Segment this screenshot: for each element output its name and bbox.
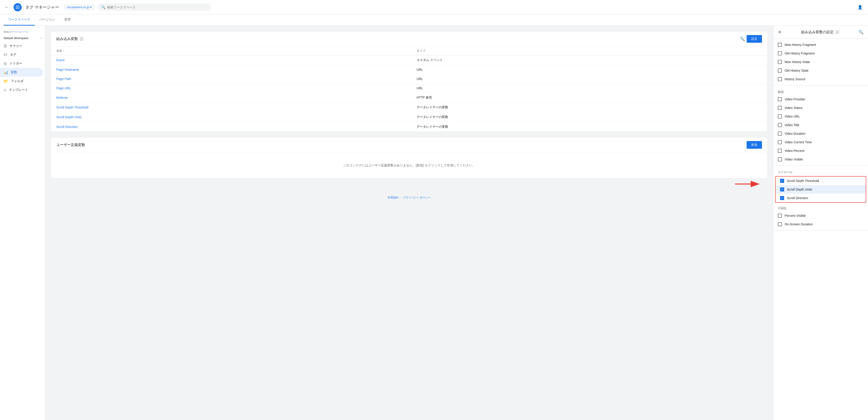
checkbox[interactable] [778, 60, 782, 64]
panel-section-label-2: スクロール [773, 168, 868, 175]
table-row: Page URL URL [51, 84, 767, 93]
checkbox[interactable] [778, 114, 782, 118]
tab-admin[interactable]: 管理 [60, 14, 75, 26]
panel-info-icon[interactable]: ℹ [835, 30, 839, 34]
panel-list-item[interactable]: New History State [773, 58, 868, 66]
panel-list-item[interactable]: Video URL [773, 112, 868, 121]
tag-icon: 🏷 [4, 53, 7, 57]
variable-name-link[interactable]: Event [56, 58, 64, 62]
variable-type: カスタム イベント [411, 55, 767, 65]
variable-name-link[interactable]: Scroll Direction [56, 125, 78, 129]
sidebar-item-label: 変数 [11, 70, 17, 74]
table-row: Scroll Depth Threshold データレイヤーの変数 [51, 102, 767, 112]
checkbox[interactable] [778, 97, 782, 101]
sidebar-item-label: フォルダ [11, 79, 24, 83]
panel-search-icon[interactable]: 🔍 [859, 30, 864, 35]
tab-workspace[interactable]: ワークスペース [4, 14, 35, 26]
right-panel: ✕ 組み込み変数の設定 ℹ 🔍 New History FragmentOld … [773, 26, 868, 420]
checkbox[interactable] [778, 131, 782, 136]
list-item-label: Old History State [784, 69, 809, 72]
sidebar-item-summary[interactable]: ☰ サマリー [0, 41, 43, 51]
panel-list-item[interactable]: Video Status [773, 103, 868, 112]
variable-type: URL [411, 65, 767, 74]
variable-name-link[interactable]: Page Path [56, 77, 71, 81]
panel-list-item[interactable]: Video Visible [773, 155, 868, 164]
panel-list-item[interactable]: Scroll Depth Units [776, 185, 866, 194]
panel-section-label-3: 可視性 [773, 204, 868, 211]
divider [773, 230, 868, 231]
variable-icon: 📊 [4, 70, 8, 74]
search-input[interactable] [107, 5, 207, 9]
user-section-header: ユーザー定義変数 新規 [51, 138, 767, 153]
checkbox[interactable] [778, 51, 782, 55]
new-variable-button[interactable]: 新規 [747, 141, 762, 149]
panel-list-item[interactable]: Percent Visible [773, 211, 868, 220]
settings-button[interactable]: 設定 [747, 35, 762, 43]
variable-name-link[interactable]: Scroll Depth Units [56, 115, 82, 119]
summary-icon: ☰ [4, 44, 7, 48]
checkbox[interactable] [780, 196, 784, 200]
checkbox[interactable] [780, 179, 784, 183]
panel-list-item[interactable]: Video Provider [773, 95, 868, 103]
checkbox[interactable] [778, 157, 782, 161]
panel-list-item[interactable]: New History Fragment [773, 40, 868, 49]
panel-list-item[interactable]: Scroll Direction [776, 194, 866, 202]
workspace-section-label: 現在のワークスペース [0, 28, 45, 35]
panel-list-item[interactable]: Video Duration [773, 129, 868, 138]
list-item-label: Scroll Direction [787, 196, 808, 200]
panel-list-item[interactable]: Old History State [773, 66, 868, 75]
checkbox[interactable] [778, 214, 782, 218]
list-item-label: Video Percent [784, 149, 804, 153]
sidebar-item-tags[interactable]: 🏷 タグ [0, 51, 43, 59]
checkbox[interactable] [778, 140, 782, 144]
panel-list-item[interactable]: Video Title [773, 121, 868, 129]
panel-list-item[interactable]: Video Percent [773, 147, 868, 155]
sidebar-item-label: タグ [10, 53, 16, 57]
checkbox[interactable] [778, 77, 782, 81]
tab-version[interactable]: バージョン [35, 14, 60, 26]
variable-name-link[interactable]: Page URL [56, 86, 71, 90]
panel-close-button[interactable]: ✕ [778, 29, 782, 35]
builtin-info-icon[interactable]: ℹ [80, 37, 84, 41]
builtin-search-icon[interactable]: 🔍 [740, 36, 745, 41]
panel-list-item[interactable]: Video Current Time [773, 138, 868, 147]
terms-link[interactable]: 利用規約 [388, 196, 399, 199]
panel-list-item[interactable]: Old History Fragment [773, 49, 868, 58]
list-item-label: Scroll Depth Units [787, 188, 812, 191]
sidebar-item-templates[interactable]: ◇ テンプレート [0, 85, 43, 94]
search-bar[interactable]: 🔍 [98, 4, 211, 11]
variable-name-link[interactable]: Page Hostname [56, 68, 79, 71]
workspace-selector[interactable]: Default Workspace › [0, 35, 45, 41]
empty-state-text: このコンテナにはユーザー定義変数がありません。[新規] をクリックして作成してく… [51, 153, 767, 178]
panel-list-item[interactable]: Scroll Depth Threshold [776, 177, 866, 185]
back-button[interactable]: ← [4, 4, 10, 11]
checkbox[interactable] [778, 106, 782, 110]
panel-list-item[interactable]: On-Screen Duration [773, 220, 868, 229]
privacy-link[interactable]: プライバシー ポリシー [403, 196, 431, 199]
user-section-actions: 新規 [747, 141, 762, 149]
table-row: Page Path URL [51, 74, 767, 84]
scroll-section-highlighted: Scroll Depth ThresholdScroll Depth Units… [775, 176, 866, 203]
variable-name-link[interactable]: Referrer [56, 96, 68, 99]
panel-header: ✕ 組み込み変数の設定 ℹ 🔍 [773, 26, 868, 39]
col-name: 名前 ↑ [51, 47, 411, 55]
table-row: Referrer HTTP 参照 [51, 93, 767, 102]
checkbox[interactable] [778, 149, 782, 153]
arrow-area [51, 179, 768, 192]
checkbox[interactable] [778, 43, 782, 47]
checkbox[interactable] [778, 222, 782, 226]
topbar-right: 👤 [856, 3, 864, 11]
sidebar-item-folders[interactable]: 📁 フォルダ [0, 77, 43, 85]
checkbox[interactable] [780, 187, 784, 191]
panel-list-item[interactable]: History Source [773, 75, 868, 83]
account-icon[interactable]: 👤 [856, 3, 864, 11]
variable-name-link[interactable]: Scroll Depth Threshold [56, 106, 88, 109]
checkbox[interactable] [778, 123, 782, 127]
checkbox[interactable] [778, 68, 782, 72]
sidebar-item-variables[interactable]: 📊 変数 [0, 68, 43, 77]
sidebar-item-triggers[interactable]: ◎ トリガー [0, 59, 43, 68]
variable-type: URL [411, 84, 767, 93]
search-icon: 🔍 [101, 5, 105, 9]
builtin-section-actions: 🔍 設定 [740, 35, 762, 43]
container-selector[interactable]: cw-partners.co.jp ▾ [64, 4, 94, 10]
